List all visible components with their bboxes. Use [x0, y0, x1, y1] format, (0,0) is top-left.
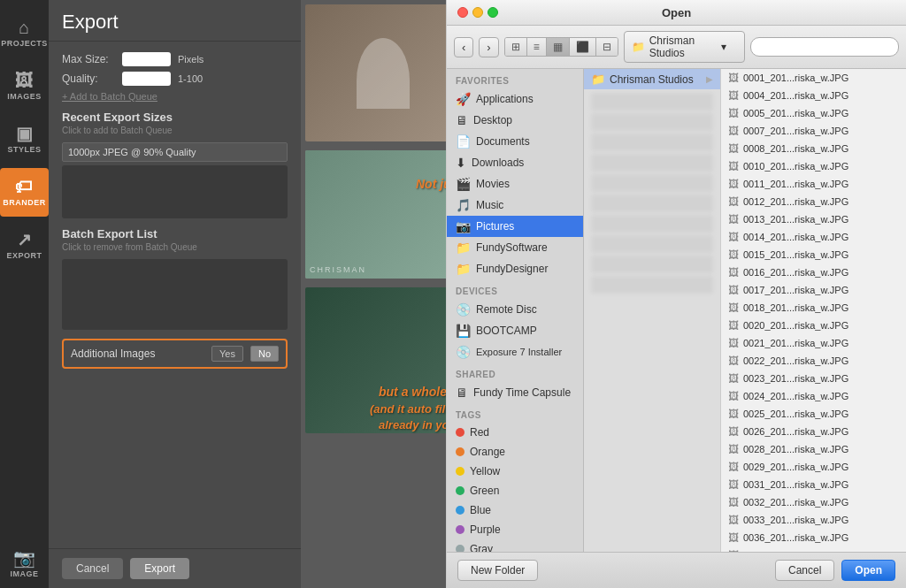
- sidebar-item-images[interactable]: 🖼 IMAGES: [0, 62, 49, 111]
- file-item[interactable]: 🖼0036_201...riska_w.JPG: [721, 529, 906, 546]
- file-icon: 🖼: [728, 107, 739, 119]
- sidebar-time-capsule[interactable]: 🖥 Fundy Time Capsule: [447, 382, 583, 403]
- sidebar-item-styles[interactable]: ▣ STYLES: [0, 115, 49, 164]
- view-coverflow-btn[interactable]: ⬛: [570, 38, 596, 56]
- file-item[interactable]: 🖼0031_201...riska_w.JPG: [721, 476, 906, 493]
- location-dropdown[interactable]: 📁 Chrisman Studios ▾: [624, 31, 745, 63]
- sidebar-item-image[interactable]: 📷 IMAGE: [0, 539, 49, 588]
- view-list-btn[interactable]: ≡: [527, 38, 547, 56]
- sidebar-music[interactable]: 🎵 Music: [447, 195, 583, 216]
- batch-export-sub: Click to remove from Batch Queue: [62, 242, 288, 252]
- orange-tag-dot: [456, 447, 465, 456]
- forward-button[interactable]: ›: [479, 37, 498, 57]
- file-item[interactable]: 🖼0032_201...riska_w.JPG: [721, 493, 906, 511]
- file-item[interactable]: 🖼0026_201...riska_w.JPG: [721, 423, 906, 440]
- open-dialog: Open ‹ › ⊞ ≡ ▦ ⬛ ⊟ 📁 Chrisman Studios ▾: [446, 0, 906, 588]
- no-toggle[interactable]: No: [250, 346, 279, 362]
- sidebar-pictures[interactable]: 📷 Pictures: [447, 216, 583, 237]
- file-item[interactable]: 🖼0028_201...riska_w.JPG: [721, 440, 906, 458]
- file-item[interactable]: 🖼0010_201...riska_w.JPG: [721, 157, 906, 175]
- traffic-lights: [457, 7, 498, 18]
- file-item[interactable]: 🖼0005_201...riska_w.JPG: [721, 104, 906, 122]
- sidebar-fundy-designer[interactable]: 📁 FundyDesigner: [447, 258, 583, 279]
- view-share-btn[interactable]: ⊟: [596, 38, 618, 56]
- blue-tag-dot: [456, 506, 465, 515]
- sidebar-tag-yellow[interactable]: Yellow: [447, 462, 583, 481]
- add-to-batch-btn[interactable]: + Add to Batch Queue: [62, 91, 288, 102]
- bootcamp-label: BOOTCAMP: [476, 325, 537, 337]
- file-item[interactable]: 🖼0014_201...riska_w.JPG: [721, 228, 906, 246]
- sidebar-exposure[interactable]: 💿 Exposure 7 Installer: [447, 341, 583, 363]
- downloads-icon: ⬇: [456, 156, 466, 170]
- maximize-button[interactable]: [488, 7, 498, 18]
- downloads-label: Downloads: [472, 157, 524, 169]
- view-column-btn[interactable]: ▦: [547, 38, 570, 56]
- batch-list-area: [62, 259, 288, 330]
- minimize-button[interactable]: [472, 7, 483, 18]
- sidebar-tag-purple[interactable]: Purple: [447, 520, 583, 539]
- file-item[interactable]: 🖼0001_201...riska_w.JPG: [721, 69, 906, 87]
- file-item[interactable]: 🖼0015_201...riska_w.JPG: [721, 246, 906, 263]
- sidebar-fundy-software[interactable]: 📁 FundySoftware: [447, 237, 583, 258]
- dialog-cancel-button[interactable]: Cancel: [775, 560, 834, 581]
- sidebar-tag-green[interactable]: Green: [447, 481, 583, 500]
- sidebar-bootcamp[interactable]: 💾 BOOTCAMP: [447, 320, 583, 341]
- file-item[interactable]: 🖼0021_201...riska_w.JPG: [721, 334, 906, 352]
- file-item[interactable]: 🖼0022_201...riska_w.JPG: [721, 352, 906, 370]
- back-button[interactable]: ‹: [454, 37, 473, 57]
- dialog-titlebar: Open: [447, 0, 906, 26]
- file-item[interactable]: 🖼0013_201...riska_w.JPG: [721, 210, 906, 228]
- quality-input[interactable]: [122, 72, 171, 86]
- file-item[interactable]: 🖼0016_201...riska_w.JPG: [721, 263, 906, 281]
- file-item[interactable]: 🖼0011_201...riska_w.JPG: [721, 175, 906, 193]
- export-button[interactable]: Export: [130, 558, 189, 579]
- dialog-open-button[interactable]: Open: [841, 560, 895, 581]
- recent-export-title: Recent Export Sizes: [62, 111, 288, 124]
- file-item[interactable]: 🖼0024_201...riska_w.JPG: [721, 387, 906, 405]
- file-item[interactable]: 🖼0033_201...riska_w.JPG: [721, 511, 906, 529]
- close-button[interactable]: [457, 7, 468, 18]
- sidebar-tag-gray[interactable]: Gray: [447, 539, 583, 552]
- sidebar-tag-blue[interactable]: Blue: [447, 500, 583, 520]
- shared-label: SHARED: [447, 363, 583, 382]
- new-folder-button[interactable]: New Folder: [457, 560, 538, 581]
- favorites-label: FAVORITES: [447, 69, 583, 88]
- file-item[interactable]: 🖼0008_201...riska_w.JPG: [721, 140, 906, 157]
- file-item[interactable]: 🖼0007_201...riska_w.JPG: [721, 122, 906, 140]
- sidebar-item-projects[interactable]: ⌂ PROJECTS: [0, 9, 49, 57]
- sidebar-item-brander[interactable]: 🏷 BRANDER: [0, 168, 49, 217]
- music-icon: 🎵: [456, 198, 471, 212]
- sidebar-tag-red[interactable]: Red: [447, 423, 583, 442]
- file-item[interactable]: 🖼0018_201...riska_w.JPG: [721, 299, 906, 317]
- export-preset[interactable]: 1000px JPEG @ 90% Quality: [62, 142, 288, 162]
- file-item[interactable]: 🖼0025_201...riska_w.JPG: [721, 405, 906, 423]
- chrisman-studios-folder[interactable]: 📁 Chrisman Studios ▶: [584, 69, 720, 89]
- file-item[interactable]: 🖼0020_201...riska_w.JPG: [721, 317, 906, 334]
- sidebar-movies[interactable]: 🎬 Movies: [447, 173, 583, 195]
- sidebar-remote-disc[interactable]: 💿 Remote Disc: [447, 299, 583, 320]
- file-item[interactable]: 🖼0004_201...riska_w.JPG: [721, 87, 906, 104]
- sidebar-tag-orange[interactable]: Orange: [447, 442, 583, 462]
- yellow-tag-label: Yellow: [470, 465, 500, 477]
- max-size-input[interactable]: [122, 52, 171, 66]
- yes-toggle[interactable]: Yes: [211, 346, 243, 362]
- dialog-toolbar: ‹ › ⊞ ≡ ▦ ⬛ ⊟ 📁 Chrisman Studios ▾: [447, 26, 906, 69]
- cancel-button[interactable]: Cancel: [62, 558, 123, 579]
- file-item[interactable]: 🖼0023_201...riska_w.JPG: [721, 370, 906, 387]
- file-item[interactable]: 🖼0029_201...riska_w.JPG: [721, 458, 906, 476]
- red-tag-label: Red: [470, 426, 489, 439]
- file-item[interactable]: 🖼0017_201...riska_w.JPG: [721, 281, 906, 299]
- folder-arrow: ▶: [706, 74, 713, 84]
- purple-tag-dot: [456, 525, 465, 534]
- file-icon: 🖼: [728, 125, 739, 137]
- view-grid-btn[interactable]: ⊞: [505, 38, 527, 56]
- sidebar-item-export[interactable]: ↗ EXPORT: [0, 221, 49, 270]
- sidebar-downloads[interactable]: ⬇ Downloads: [447, 152, 583, 173]
- sidebar-documents[interactable]: 📄 Documents: [447, 131, 583, 152]
- sidebar-desktop[interactable]: 🖥 Desktop: [447, 110, 583, 131]
- file-icon: 🖼: [728, 213, 739, 225]
- search-input[interactable]: [750, 37, 899, 57]
- quality-row: Quality: 1-100: [62, 72, 288, 86]
- sidebar-applications[interactable]: 🚀 Applications: [447, 88, 583, 110]
- file-item[interactable]: 🖼0012_201...riska_w.JPG: [721, 193, 906, 210]
